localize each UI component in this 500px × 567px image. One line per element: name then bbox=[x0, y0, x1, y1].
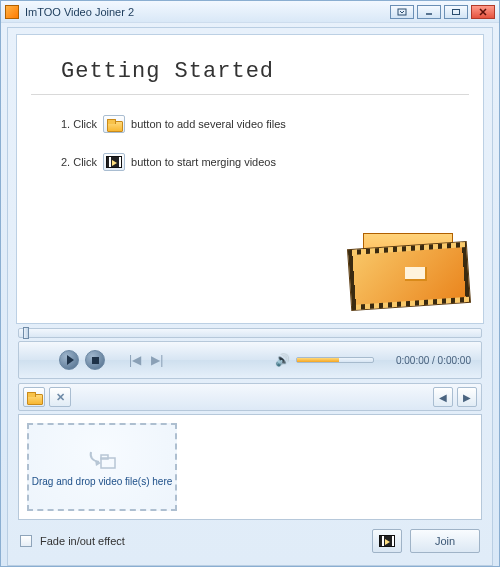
step-2-prefix: 2. Click bbox=[61, 156, 97, 168]
join-button[interactable]: Join bbox=[410, 529, 480, 553]
svg-rect-4 bbox=[101, 455, 108, 459]
join-label: Join bbox=[435, 535, 455, 547]
add-files-button[interactable] bbox=[23, 387, 45, 407]
window-buttons bbox=[390, 5, 495, 19]
volume-slider[interactable] bbox=[296, 357, 374, 363]
step-1-suffix: button to add several video files bbox=[131, 118, 286, 130]
film-icon bbox=[106, 156, 122, 168]
prev-frame-button[interactable]: |◀ bbox=[127, 353, 143, 367]
player-controls: |◀ ▶| 🔊 0:00:00 / 0:00:00 bbox=[18, 341, 482, 379]
scroll-left-button[interactable]: ◀ bbox=[433, 387, 453, 407]
minimize-button[interactable] bbox=[417, 5, 441, 19]
getting-started-panel: Getting Started 1. Click button to add s… bbox=[16, 34, 484, 324]
volume-fill bbox=[297, 358, 339, 362]
folder-icon bbox=[107, 119, 121, 130]
film-icon bbox=[379, 535, 395, 547]
drop-arrow-icon bbox=[85, 448, 119, 472]
fade-label: Fade in/out effect bbox=[40, 535, 125, 547]
remove-file-button[interactable]: ✕ bbox=[49, 387, 71, 407]
close-x-icon: ✕ bbox=[56, 391, 65, 404]
step-2-row: 2. Click button to start merging videos bbox=[17, 153, 483, 171]
drop-target[interactable]: Drag and drop video file(s) here bbox=[27, 423, 177, 511]
close-button[interactable] bbox=[471, 5, 495, 19]
maximize-button[interactable] bbox=[444, 5, 468, 19]
seek-thumb[interactable] bbox=[23, 327, 29, 339]
file-toolbar: ✕ ◀ ▶ bbox=[18, 383, 482, 411]
step-2-suffix: button to start merging videos bbox=[131, 156, 276, 168]
merge-icon-hint bbox=[103, 153, 125, 171]
window-title: ImTOO Video Joiner 2 bbox=[25, 6, 390, 18]
time-display: 0:00:00 / 0:00:00 bbox=[396, 355, 471, 366]
client-area: Getting Started 1. Click button to add s… bbox=[7, 27, 493, 566]
volume-icon[interactable]: 🔊 bbox=[275, 353, 290, 367]
add-files-icon bbox=[103, 115, 125, 133]
step-1-prefix: 1. Click bbox=[61, 118, 97, 130]
seek-bar[interactable] bbox=[18, 328, 482, 338]
app-window: ImTOO Video Joiner 2 Getting Started 1. … bbox=[0, 0, 500, 567]
scroll-right-button[interactable]: ▶ bbox=[457, 387, 477, 407]
fade-checkbox[interactable] bbox=[20, 535, 32, 547]
join-icon-button[interactable] bbox=[372, 529, 402, 553]
play-button[interactable] bbox=[59, 350, 79, 370]
file-list-area: Drag and drop video file(s) here bbox=[18, 414, 482, 520]
getting-started-title: Getting Started bbox=[31, 35, 469, 95]
app-icon bbox=[5, 5, 19, 19]
stop-button[interactable] bbox=[85, 350, 105, 370]
svg-rect-2 bbox=[453, 9, 460, 14]
next-frame-button[interactable]: ▶| bbox=[149, 353, 165, 367]
illustration bbox=[349, 233, 469, 317]
drop-hint: Drag and drop video file(s) here bbox=[32, 476, 173, 487]
svg-rect-0 bbox=[398, 9, 406, 15]
bottom-bar: Fade in/out effect Join bbox=[14, 523, 486, 559]
folder-icon bbox=[27, 392, 41, 403]
title-bar: ImTOO Video Joiner 2 bbox=[1, 1, 499, 23]
skin-button[interactable] bbox=[390, 5, 414, 19]
step-1-row: 1. Click button to add several video fil… bbox=[17, 115, 483, 133]
